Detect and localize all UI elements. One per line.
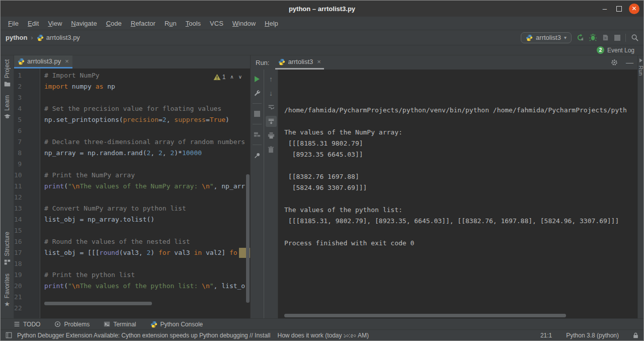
- python-icon: [526, 34, 533, 41]
- code-line: # Declare three-dimensional array of ran…: [44, 137, 250, 148]
- window-title: python – arrtolist3.py: [289, 5, 355, 13]
- toolwindow-problems[interactable]: Problems: [54, 321, 90, 328]
- stripe-item-run[interactable]: Run: [638, 65, 644, 76]
- code-line: # Round the values of the nested list: [44, 236, 250, 247]
- stripe-label: Favorites: [4, 274, 11, 298]
- menu-view[interactable]: View: [43, 18, 66, 29]
- close-icon[interactable]: ✕: [629, 4, 639, 14]
- scroll-to-end-icon: [268, 118, 275, 125]
- run-wrench-icon[interactable]: [252, 88, 263, 99]
- line-number: 17: [14, 247, 22, 258]
- menu-navigate[interactable]: Navigate: [66, 18, 101, 29]
- editor-horizontal-scrollbar[interactable]: [44, 302, 152, 305]
- event-count-badge: 2: [597, 46, 604, 54]
- run-layout-icon[interactable]: [252, 129, 263, 140]
- menu-help[interactable]: Help: [260, 18, 283, 29]
- run-pin-icon[interactable]: [252, 150, 263, 161]
- line-number: 18: [14, 258, 22, 269]
- menu-vcs[interactable]: VCS: [205, 18, 228, 29]
- maximize-icon[interactable]: [616, 6, 622, 12]
- line-number: 14: [14, 214, 22, 225]
- main-area: ProjectLearnStructureFavorites★ arrtolis…: [1, 55, 643, 318]
- python-icon: [278, 58, 285, 65]
- navbar-stop-icon[interactable]: [614, 35, 620, 41]
- menu-refactor[interactable]: Refactor: [126, 18, 160, 29]
- toolwindow-toggle-icon[interactable]: [6, 332, 12, 338]
- run-tab[interactable]: arrtolist3 ×: [275, 55, 324, 70]
- editor-gutter: 12345678910111213141516171819202122: [14, 69, 40, 318]
- run-configuration-select[interactable]: arrtolist3 ▾: [521, 32, 572, 43]
- console-line: /home/fahmida/PycharmProjects/python/ven…: [284, 105, 637, 116]
- inspection-widget[interactable]: 1 ∧ ∨: [213, 72, 242, 83]
- line-number: 1: [14, 70, 22, 81]
- editor-pane: arrtolist3.py × 123456789101112131415161…: [14, 55, 251, 318]
- console-scroll-to-end-icon[interactable]: [266, 116, 277, 127]
- run-console[interactable]: /home/fahmida/PycharmProjects/python/ven…: [278, 70, 637, 318]
- menu-run[interactable]: Run: [160, 18, 181, 29]
- navbar-coverage-icon[interactable]: [602, 34, 609, 41]
- python-file-icon: [37, 34, 44, 41]
- navbar-rerun-icon[interactable]: [577, 34, 584, 41]
- console-arrow-up-icon[interactable]: ↑: [266, 74, 277, 85]
- run-run-icon[interactable]: [252, 74, 263, 85]
- navbar-debug-icon[interactable]: [589, 34, 597, 41]
- console-soft-wrap-icon[interactable]: [266, 102, 277, 113]
- code-line: [44, 192, 250, 203]
- tab-close-icon[interactable]: ×: [65, 57, 69, 65]
- warning-icon: [213, 74, 221, 81]
- editor-tab[interactable]: arrtolist3.py ×: [14, 55, 72, 69]
- menu-edit[interactable]: Edit: [23, 18, 43, 29]
- stripe-item-structure[interactable]: Structure: [4, 232, 11, 265]
- trash-icon: [268, 146, 274, 153]
- console-printer-icon[interactable]: [266, 130, 277, 141]
- folder-icon: [4, 81, 11, 87]
- code-editor[interactable]: 12345678910111213141516171819202122 # Im…: [14, 69, 250, 318]
- run-icon: [255, 76, 260, 82]
- menu-file[interactable]: File: [4, 18, 23, 29]
- stripe-item-learn[interactable]: Learn: [4, 95, 11, 120]
- stripe-label: Structure: [4, 232, 11, 256]
- menu-bar: FileEditViewNavigateCodeRefactorRunTools…: [1, 17, 643, 30]
- stripe-item-favorites[interactable]: Favorites★: [4, 274, 11, 307]
- prev-warning-icon[interactable]: ∧: [230, 72, 233, 83]
- hide-icon[interactable]: —: [626, 60, 633, 64]
- console-arrow-down-icon[interactable]: ↓: [266, 88, 277, 99]
- code-line: np.set_printoptions(precision=2, suppres…: [44, 114, 250, 125]
- lock-icon[interactable]: [633, 332, 638, 338]
- breadcrumb-project[interactable]: python: [6, 34, 27, 41]
- console-trash-icon[interactable]: [266, 144, 277, 155]
- run-stop-icon[interactable]: [252, 108, 263, 119]
- navbar-search-icon[interactable]: [631, 34, 638, 41]
- toolwindow-python-console[interactable]: Python Console: [150, 321, 203, 328]
- code-line: list_obj = np_array.tolist(): [44, 214, 250, 225]
- code-line: # Print the NumPy array: [44, 170, 250, 181]
- stripe-label: Project: [4, 59, 11, 78]
- breadcrumb-file[interactable]: arrtolist3.py: [37, 34, 80, 41]
- stripe-item-project[interactable]: Project: [4, 59, 11, 87]
- event-log-button[interactable]: Event Log: [607, 47, 634, 54]
- menu-window[interactable]: Window: [228, 18, 260, 29]
- console-line: The values of the NumPy array:: [284, 127, 637, 138]
- menu-tools[interactable]: Tools: [181, 18, 205, 29]
- editor-code[interactable]: # Import NumPyimport numpy as np# Set th…: [40, 69, 250, 318]
- caret-position[interactable]: 21:1: [540, 332, 552, 339]
- console-horizontal-scrollbar[interactable]: [284, 314, 566, 317]
- wrench-icon: [254, 90, 261, 97]
- editor-vertical-scrollbar[interactable]: [246, 174, 250, 303]
- menu-code[interactable]: Code: [102, 18, 126, 29]
- minimize-icon[interactable]: –: [600, 6, 609, 11]
- console-line: [[[8185.31 9802.79]: [284, 138, 637, 149]
- next-warning-icon[interactable]: ∨: [238, 72, 242, 83]
- gear-icon[interactable]: [611, 59, 618, 66]
- title-bar: python – arrtolist3.py – ✕: [1, 1, 643, 17]
- line-number: 15: [14, 225, 22, 236]
- code-line: [44, 258, 250, 269]
- code-line: [44, 92, 250, 103]
- toolwindow-todo[interactable]: TODO: [14, 321, 40, 328]
- interpreter-selector[interactable]: Python 3.8 (python): [566, 332, 619, 339]
- status-link[interactable]: How does it work (today ১০:৫০ AM): [277, 332, 368, 339]
- line-number: 13: [14, 203, 22, 214]
- toolwindow-terminal[interactable]: Terminal: [104, 321, 136, 328]
- line-number: 9: [14, 159, 22, 170]
- tab-close-icon[interactable]: ×: [317, 58, 321, 65]
